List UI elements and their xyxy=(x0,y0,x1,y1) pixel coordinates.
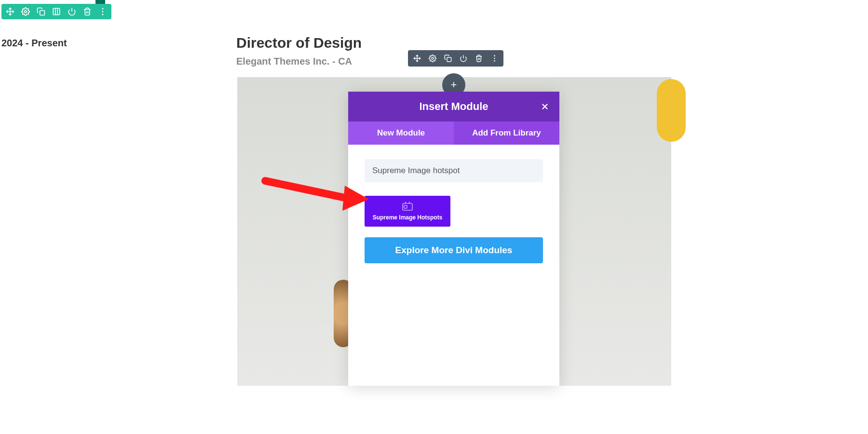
gear-icon[interactable] xyxy=(21,7,30,16)
columns-icon[interactable] xyxy=(52,7,61,16)
date-range-text: 2024 - Present xyxy=(1,38,67,49)
job-subtitle: Elegant Themes Inc. - CA xyxy=(236,56,352,67)
svg-point-13 xyxy=(432,57,434,59)
module-search-input[interactable] xyxy=(365,159,543,182)
more-icon[interactable] xyxy=(98,7,108,16)
modal-tabs: New Module Add From Library xyxy=(348,122,559,145)
svg-rect-14 xyxy=(447,57,451,62)
svg-rect-3 xyxy=(40,11,45,15)
plus-icon: + xyxy=(451,79,457,91)
svg-point-16 xyxy=(494,55,495,56)
close-icon[interactable] xyxy=(539,101,551,112)
insert-module-modal: Insert Module New Module Add From Librar… xyxy=(348,92,559,386)
module-toolbar xyxy=(408,50,503,67)
job-title: Director of Design xyxy=(236,35,362,51)
tab-add-from-library[interactable]: Add From Library xyxy=(454,122,559,145)
svg-point-17 xyxy=(494,58,495,59)
image-hotspot-icon xyxy=(401,202,414,211)
svg-rect-24 xyxy=(404,205,407,208)
power-icon[interactable] xyxy=(67,7,77,16)
svg-point-23 xyxy=(409,202,410,203)
tab-new-module[interactable]: New Module xyxy=(348,122,454,145)
power-icon[interactable] xyxy=(459,54,468,63)
svg-rect-4 xyxy=(53,8,60,15)
svg-point-8 xyxy=(102,8,104,10)
explore-modules-button[interactable]: Explore More Divi Modules xyxy=(365,237,543,263)
modal-header: Insert Module xyxy=(348,92,559,122)
more-icon[interactable] xyxy=(490,54,499,63)
svg-point-22 xyxy=(405,202,407,203)
module-card-label: Supreme Image Hotspots xyxy=(373,214,443,221)
duplicate-icon[interactable] xyxy=(444,54,452,63)
decorative-shape xyxy=(657,79,686,142)
module-card-supreme-image-hotspots[interactable]: Supreme Image Hotspots xyxy=(365,196,450,227)
move-icon[interactable] xyxy=(413,54,421,63)
row-toolbar xyxy=(1,4,111,19)
trash-icon[interactable] xyxy=(82,7,92,16)
modal-body: Supreme Image Hotspots Explore More Divi… xyxy=(348,145,559,386)
svg-point-2 xyxy=(25,11,27,13)
modal-title: Insert Module xyxy=(419,100,488,113)
duplicate-icon[interactable] xyxy=(36,7,46,16)
svg-point-9 xyxy=(102,11,104,13)
svg-point-18 xyxy=(494,60,495,62)
svg-point-10 xyxy=(102,14,104,15)
move-icon[interactable] xyxy=(5,7,15,16)
gear-icon[interactable] xyxy=(428,54,437,63)
trash-icon[interactable] xyxy=(475,54,483,63)
